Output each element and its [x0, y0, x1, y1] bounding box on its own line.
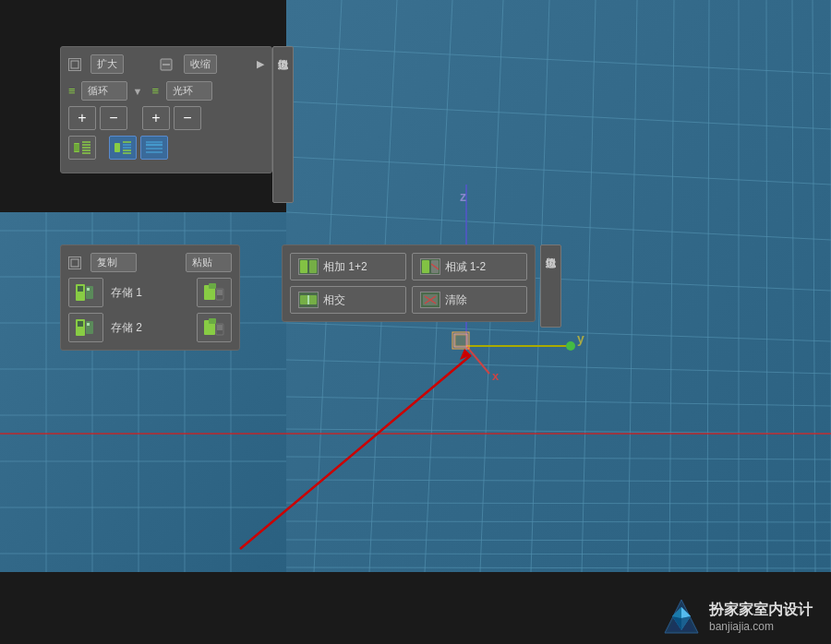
minus-btn-1[interactable]: −	[100, 106, 127, 130]
minus-btn-2[interactable]: −	[174, 106, 201, 130]
svg-text:y: y	[577, 331, 584, 346]
svg-rect-106	[422, 260, 429, 273]
watermark: 扮家家室内设计 banjiajia.com	[663, 598, 813, 635]
svg-text:x: x	[492, 369, 500, 383]
svg-rect-97	[87, 323, 90, 326]
intersect-button[interactable]: 相交	[290, 286, 406, 314]
subtract-icon	[420, 258, 440, 275]
ring-icon-btn-2[interactable]	[140, 136, 168, 160]
svg-rect-85	[78, 286, 83, 292]
intersect-icon	[298, 292, 319, 308]
svg-rect-89	[209, 283, 216, 289]
ops-grid: 相加 1+2 相减 1-2 相交	[290, 253, 527, 314]
paste2-icon-btn[interactable]	[197, 313, 232, 342]
svg-rect-55	[455, 335, 466, 346]
subtract-button[interactable]: 相减 1-2	[412, 253, 528, 280]
save2-row: 存储 2	[68, 313, 232, 342]
expand-button[interactable]: 扩大	[90, 54, 124, 74]
svg-rect-104	[300, 260, 307, 273]
svg-rect-111	[307, 295, 309, 304]
watermark-url: banjiajia.com	[709, 620, 813, 633]
svg-rect-83	[71, 259, 78, 267]
copy-header: 复制 粘贴	[68, 253, 232, 272]
svg-rect-105	[309, 260, 317, 273]
plusminus-row1: + − + −	[68, 106, 264, 130]
vertical-text-top[interactable]: 边拟似总绕	[272, 46, 294, 203]
clear-icon	[420, 292, 440, 308]
watermark-title: 扮家家室内设计	[709, 601, 813, 620]
panel-copy: 复制 粘贴 存储 1	[60, 244, 240, 351]
loop-ring-row: ≡ 循环 ▼ ≡ 光环	[68, 81, 264, 101]
svg-text:z: z	[460, 189, 466, 204]
save2-label: 存储 2	[111, 320, 142, 336]
watermark-icon	[663, 598, 700, 635]
save1-label: 存储 1	[111, 285, 142, 301]
svg-rect-63	[74, 143, 79, 152]
svg-rect-99	[209, 318, 216, 324]
svg-rect-60	[71, 61, 78, 68]
watermark-text-block: 扮家家室内设计 banjiajia.com	[709, 601, 813, 633]
loop-icon-btn[interactable]	[68, 136, 96, 160]
plus-btn-2[interactable]: +	[142, 106, 170, 130]
save1-icon-btn[interactable]	[68, 278, 103, 307]
loop-button[interactable]: 循环	[81, 81, 127, 101]
svg-rect-95	[78, 321, 83, 327]
paste1-icon-btn[interactable]	[197, 278, 232, 307]
save1-row: 存储 1	[68, 278, 232, 307]
paste-button[interactable]: 粘贴	[186, 253, 232, 272]
svg-rect-73	[114, 143, 120, 152]
shrink-button[interactable]: 收缩	[184, 54, 217, 74]
icon-row	[68, 136, 264, 160]
clear-button[interactable]: 清除	[412, 286, 528, 314]
panel-top: 扩大 收缩 ▶ ≡ 循环 ▼ ≡ 光环 + − + −	[60, 46, 272, 173]
panel-top-header: 扩大 收缩 ▶	[68, 54, 264, 74]
vertical-text-ops[interactable]: 边拟似总绕	[540, 244, 561, 328]
copy-button[interactable]: 复制	[90, 253, 137, 272]
plus-btn-1[interactable]: +	[68, 106, 96, 130]
add-button[interactable]: 相加 1+2	[290, 253, 406, 280]
add-icon	[298, 258, 319, 275]
svg-point-56	[566, 341, 575, 351]
ring-button[interactable]: 光环	[166, 81, 212, 101]
save2-icon-btn[interactable]	[68, 313, 103, 342]
panel-ops: 相加 1+2 相减 1-2 相交	[282, 244, 536, 322]
svg-rect-87	[87, 288, 90, 291]
ring-icon-btn-1[interactable]	[109, 136, 137, 160]
